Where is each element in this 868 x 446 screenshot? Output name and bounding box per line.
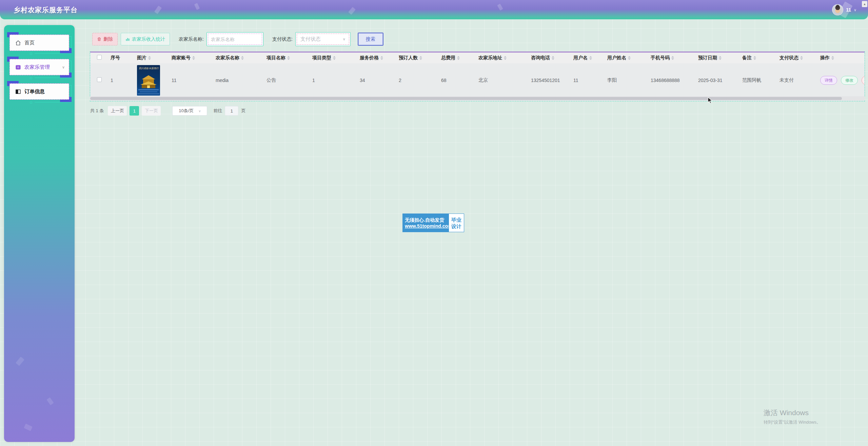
watermark-blue-box: 无须担心.自动发货 www.51topmind.com <box>402 214 449 232</box>
cell-pay-status: 未支付 <box>775 63 816 97</box>
sidebar-item-farmhouse-management[interactable]: 农家乐管理 ∨ <box>9 59 69 75</box>
column-header[interactable]: 操作 <box>816 52 865 63</box>
watermark-url[interactable]: www.51topmind.com <box>405 223 446 229</box>
pagination: 共 1 条 上一页 1 下一页 10条/页 ∨ 前往 页 <box>90 106 245 116</box>
scrollbar-thumb[interactable] <box>90 97 842 100</box>
column-header[interactable]: 服务价格 <box>356 52 395 63</box>
column-header[interactable]: 项目类型 <box>308 52 356 63</box>
column-header[interactable]: 支付状态 <box>775 52 816 63</box>
bar-chart-icon <box>125 37 130 41</box>
sidebar-item-label: 农家乐管理 <box>24 64 50 70</box>
sort-icon[interactable] <box>719 56 722 60</box>
prev-page-button[interactable]: 上一页 <box>108 106 127 116</box>
pagination-total: 共 1 条 <box>90 108 104 114</box>
sort-icon[interactable] <box>753 56 756 60</box>
column-header[interactable]: 农家乐地址 <box>474 52 527 63</box>
cell-merchant: 11 <box>167 63 212 97</box>
column-header[interactable]: 图片 <box>133 52 167 63</box>
column-header[interactable]: 商家账号 <box>167 52 212 63</box>
confetti-decoration <box>46 397 54 405</box>
user-name: 11 <box>846 7 851 13</box>
user-menu[interactable]: 11 ∨ <box>832 4 856 15</box>
sort-icon[interactable] <box>831 56 834 60</box>
mouse-cursor <box>708 97 714 105</box>
row-checkbox[interactable] <box>97 77 102 82</box>
income-stats-button[interactable]: 农家乐收入统计 <box>121 33 170 45</box>
sort-icon[interactable] <box>628 56 631 60</box>
search-button[interactable]: 搜索 <box>358 33 383 46</box>
dot-decoration <box>30 101 32 104</box>
sidebar: 首页 农家乐管理 ∨ 订 <box>4 25 75 442</box>
app-root: 乡村农家乐服务平台 11 ∨ ▲ 首页 <box>0 0 868 446</box>
farm-name-field-wrap <box>206 32 263 46</box>
cell-booking-date: 2025-03-31 <box>694 63 738 97</box>
cell-service-price: 34 <box>356 63 395 97</box>
row-delete-button[interactable]: 删除 <box>862 76 865 85</box>
cell-booking-people: 2 <box>395 63 437 97</box>
column-header[interactable]: 用户姓名 <box>603 52 647 63</box>
column-header: 序号 <box>106 52 133 63</box>
confetti-decoration <box>348 7 356 15</box>
delete-button[interactable]: 删除 <box>92 33 118 45</box>
pay-status-label: 支付状态: <box>272 36 293 42</box>
dot-decoration <box>30 77 32 79</box>
column-header[interactable]: 预订日期 <box>694 52 738 63</box>
page-size-select[interactable]: 10条/页 ∨ <box>172 106 207 116</box>
column-header[interactable]: 项目名称 <box>262 52 308 63</box>
column-header[interactable]: 手机号码 <box>647 52 694 63</box>
chevron-down-icon: ∨ <box>62 65 65 69</box>
next-page-button[interactable]: 下一页 <box>142 106 161 116</box>
cell-farm-name: media <box>212 63 262 97</box>
confetti-decoration <box>154 6 162 14</box>
sort-icon[interactable] <box>287 56 290 60</box>
horizontal-scrollbar[interactable] <box>90 96 865 101</box>
edit-button[interactable]: 修改 <box>841 76 858 85</box>
column-header[interactable]: 咨询电话 <box>527 52 569 63</box>
scrollbar-up-arrow[interactable]: ▲ <box>862 1 867 7</box>
main-content: 删除 农家乐收入统计 农家乐名称: 支付状态: 支付状态 ∨ 搜索 <box>85 19 868 446</box>
farm-name-input[interactable] <box>208 34 262 45</box>
table-row[interactable]: 1 四川成都 向新而行 <box>90 63 865 97</box>
column-header[interactable]: 用户名 <box>569 52 603 63</box>
sidebar-item-label: 订单信息 <box>24 88 45 95</box>
cell-remark: 范围阿帆 <box>738 63 775 97</box>
cell-mobile: 13468688888 <box>647 63 694 97</box>
sort-icon[interactable] <box>241 56 244 60</box>
cell-image: 四川成都 向新而行 <box>133 63 167 97</box>
pay-status-select[interactable]: 支付状态 ∨ <box>295 32 351 46</box>
sidebar-item-home[interactable]: 首页 <box>9 35 69 51</box>
pay-status-placeholder: 支付状态 <box>300 36 321 42</box>
sort-icon[interactable] <box>504 56 507 60</box>
farm-name-label: 农家乐名称: <box>179 36 204 42</box>
user-avatar[interactable] <box>832 4 843 15</box>
column-header[interactable]: 备注 <box>738 52 775 63</box>
income-stats-label: 农家乐收入统计 <box>132 36 165 42</box>
page-title: 乡村农家乐服务平台 <box>14 5 78 14</box>
sort-icon[interactable] <box>671 56 674 60</box>
sort-icon[interactable] <box>800 56 803 60</box>
sort-icon[interactable] <box>457 56 460 60</box>
cell-project-type: 1 <box>308 63 356 97</box>
sort-icon[interactable] <box>192 56 195 60</box>
delete-button-label: 删除 <box>103 36 113 42</box>
chevron-down-icon: ∨ <box>343 37 346 41</box>
windows-activation-subtitle: 转到“设置”以激活 Windows。 <box>764 419 821 425</box>
sort-icon[interactable] <box>380 56 383 60</box>
goto-page-input[interactable] <box>225 106 238 116</box>
sort-icon[interactable] <box>419 56 422 60</box>
sort-icon[interactable] <box>552 56 554 60</box>
select-all-checkbox[interactable] <box>97 55 102 60</box>
detail-button[interactable]: 详情 <box>820 76 837 85</box>
current-page-button[interactable]: 1 <box>130 106 139 116</box>
management-icon <box>15 64 21 70</box>
column-header[interactable]: 预订人数 <box>395 52 437 63</box>
sort-icon[interactable] <box>589 56 592 60</box>
sidebar-item-order-info[interactable]: 订单信息 <box>9 83 69 100</box>
column-header[interactable]: 总费用 <box>437 52 474 63</box>
sort-icon[interactable] <box>148 56 151 60</box>
confetti-decoration <box>24 424 33 431</box>
vendor-watermark: 无须担心.自动发货 www.51topmind.com 毕业 设计 <box>402 214 464 232</box>
column-header[interactable]: 农家乐名称 <box>212 52 262 63</box>
sort-icon[interactable] <box>333 56 336 60</box>
farmhouse-photo[interactable]: 四川成都 向新而行 <box>137 65 160 96</box>
